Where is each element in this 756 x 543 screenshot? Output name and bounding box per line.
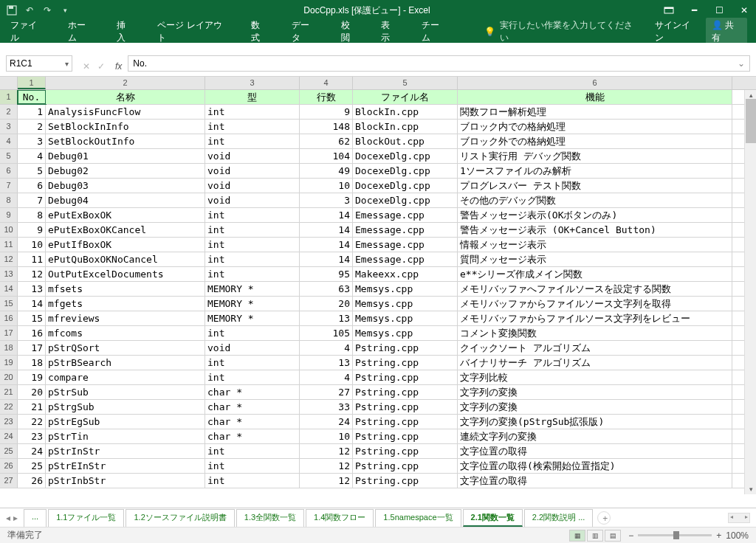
cell[interactable]: mfgets (46, 297, 205, 311)
cell[interactable]: クイックソート アルゴリズム (458, 341, 732, 355)
cell[interactable]: Memsys.cpp (353, 326, 458, 340)
zoom-handle[interactable] (673, 531, 679, 539)
cell[interactable]: Emessage.cpp (353, 208, 458, 222)
row-header[interactable]: 21 (0, 385, 18, 399)
cell[interactable]: Debug01 (46, 149, 205, 163)
cell[interactable]: 12 (18, 267, 46, 281)
cell[interactable]: OutPutExcelDocuments (46, 267, 205, 281)
cell[interactable]: int (205, 459, 300, 473)
cell[interactable]: 11 (18, 252, 46, 266)
sheet-tab[interactable]: 1.5namespace一覧 (375, 509, 461, 527)
cell[interactable]: 13 (300, 356, 353, 370)
zoom-out-button[interactable]: − (628, 530, 633, 541)
cell[interactable]: 95 (300, 267, 353, 281)
cell[interactable]: 14 (300, 252, 353, 266)
cell[interactable]: 4 (300, 370, 353, 384)
cell[interactable]: BlockIn.cpp (353, 105, 458, 119)
cell[interactable]: 文字列の変換(pStrgSub拡張版) (458, 415, 732, 429)
cell[interactable]: 文字位置の取得 (458, 444, 732, 458)
row-header[interactable]: 17 (0, 326, 18, 340)
cell[interactable]: 21 (18, 400, 46, 414)
cell[interactable]: プログレスバー テスト関数 (458, 179, 732, 193)
cell[interactable]: 1 (18, 105, 46, 119)
cell[interactable]: Memsys.cpp (353, 282, 458, 296)
header-cell[interactable]: ファイル名 (353, 90, 458, 104)
cell[interactable]: 18 (18, 356, 46, 370)
cell[interactable]: 連続文字列の変換 (458, 429, 732, 443)
vertical-scrollbar[interactable]: ▴ ▾ (744, 90, 756, 494)
row-header[interactable]: 6 (0, 164, 18, 178)
cell[interactable]: DocexeDlg.cpp (353, 179, 458, 193)
zoom-level[interactable]: 100% (726, 530, 749, 541)
cell[interactable]: int (205, 444, 300, 458)
cell[interactable]: バイナリサーチ アルゴリズム (458, 356, 732, 370)
expand-formula-icon[interactable]: ⌄ (738, 58, 745, 69)
cell[interactable]: Pstring.cpp (353, 474, 458, 488)
minimize-button[interactable]: ━ (688, 4, 700, 16)
sheet-next-icon[interactable]: ▸ (13, 513, 18, 523)
cell[interactable]: 104 (300, 149, 353, 163)
cell[interactable]: MEMORY * (205, 311, 300, 325)
sheet-tab[interactable]: 1.1ファイル一覧 (48, 509, 124, 527)
cell[interactable]: mfreviews (46, 311, 205, 325)
redo-icon[interactable]: ↷ (41, 4, 53, 16)
row-header[interactable]: 26 (0, 459, 18, 473)
cell[interactable]: char * (205, 415, 300, 429)
cell[interactable]: 警告メッセージ表示 (OK+Cancel Button) (458, 223, 732, 237)
cell[interactable]: 8 (18, 208, 46, 222)
cell[interactable]: 26 (18, 474, 46, 488)
cell[interactable]: Emessage.cpp (353, 223, 458, 237)
row-header[interactable]: 18 (0, 341, 18, 355)
cell[interactable]: int (205, 267, 300, 281)
name-box[interactable]: R1C1▾ (6, 55, 72, 72)
header-cell[interactable]: 名称 (46, 90, 205, 104)
zoom-slider[interactable] (638, 534, 712, 536)
cell[interactable]: 22 (18, 415, 46, 429)
cell[interactable]: compare (46, 370, 205, 384)
cell[interactable]: 12 (300, 474, 353, 488)
cell[interactable]: Pstring.cpp (353, 370, 458, 384)
cell[interactable]: 12 (300, 444, 353, 458)
cell[interactable]: int (205, 326, 300, 340)
row-header[interactable]: 16 (0, 311, 18, 325)
tab-team[interactable]: チーム (420, 16, 448, 47)
col-header[interactable]: 2 (46, 77, 205, 89)
col-header[interactable]: 5 (353, 77, 458, 89)
share-button[interactable]: 👤 共有 (706, 18, 747, 46)
cell[interactable]: DocexeDlg.cpp (353, 164, 458, 178)
row-header[interactable]: 23 (0, 415, 18, 429)
undo-icon[interactable]: ↶ (24, 4, 35, 16)
cell[interactable]: int (205, 208, 300, 222)
cell[interactable]: Memsys.cpp (353, 297, 458, 311)
cancel-icon[interactable]: ✕ (83, 61, 90, 72)
cell[interactable]: 13 (300, 311, 353, 325)
sheet-tab[interactable]: 2.1関数一覧 (463, 509, 523, 527)
maximize-button[interactable]: ☐ (713, 4, 725, 16)
cell[interactable]: MEMORY * (205, 297, 300, 311)
cell[interactable]: pStrgSub (46, 400, 205, 414)
cell[interactable]: 14 (300, 238, 353, 252)
add-sheet-button[interactable]: + (597, 511, 611, 525)
cell[interactable]: Pstring.cpp (353, 341, 458, 355)
cell[interactable]: int (205, 105, 300, 119)
cell[interactable]: ePutIfBoxOK (46, 238, 205, 252)
cell[interactable]: 17 (18, 341, 46, 355)
cell[interactable]: Pstring.cpp (353, 444, 458, 458)
cell[interactable]: Makeexx.cpp (353, 267, 458, 281)
cell[interactable]: 23 (18, 429, 46, 443)
cell[interactable]: Pstring.cpp (353, 356, 458, 370)
row-header[interactable]: 12 (0, 252, 18, 266)
cell[interactable]: 63 (300, 282, 353, 296)
cell[interactable]: 27 (300, 385, 353, 399)
cell[interactable]: DocexeDlg.cpp (353, 193, 458, 207)
cell[interactable]: 14 (300, 208, 353, 222)
formula-input[interactable]: No.⌄ (128, 55, 750, 72)
col-header[interactable]: 3 (205, 77, 300, 89)
cell[interactable]: メモリバッファからファイルソース文字列を取得 (458, 297, 732, 311)
cell[interactable]: 16 (18, 326, 46, 340)
row-header[interactable]: 24 (0, 429, 18, 443)
cell[interactable]: 文字位置の取得(検索開始位置指定) (458, 459, 732, 473)
qat-dropdown-icon[interactable]: ▾ (59, 4, 71, 16)
cell[interactable]: 24 (300, 415, 353, 429)
row-header[interactable]: 2 (0, 105, 18, 119)
